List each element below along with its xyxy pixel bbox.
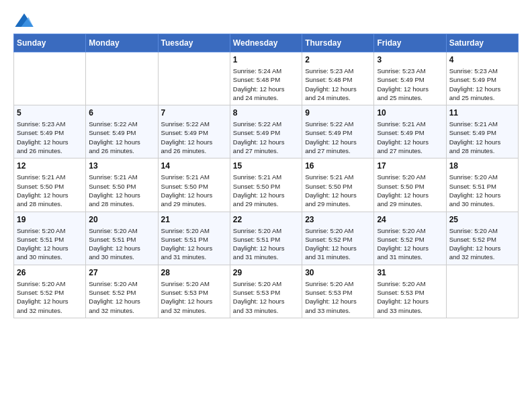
day-number: 2: [305, 55, 371, 64]
calendar-cell: 12Sunrise: 5:21 AM Sunset: 5:50 PM Dayli…: [14, 158, 86, 212]
calendar-cell: 31Sunrise: 5:20 AM Sunset: 5:53 PM Dayli…: [374, 265, 446, 318]
logo-text: [13, 13, 34, 27]
calendar-cell: 23Sunrise: 5:20 AM Sunset: 5:52 PM Dayli…: [302, 212, 374, 265]
calendar-week-row: 1Sunrise: 5:24 AM Sunset: 5:48 PM Daylig…: [14, 52, 519, 105]
day-number: 3: [377, 55, 443, 64]
calendar-cell: 22Sunrise: 5:20 AM Sunset: 5:51 PM Dayli…: [230, 212, 302, 265]
calendar-cell: 20Sunrise: 5:20 AM Sunset: 5:51 PM Dayli…: [86, 212, 158, 265]
day-number: 11: [449, 108, 515, 118]
calendar-cell: 24Sunrise: 5:20 AM Sunset: 5:52 PM Dayli…: [374, 212, 446, 265]
day-number: 21: [161, 215, 227, 224]
weekday-header: Tuesday: [158, 34, 230, 52]
calendar-cell: 4Sunrise: 5:23 AM Sunset: 5:49 PM Daylig…: [446, 52, 518, 105]
day-number: 25: [449, 215, 515, 224]
calendar-cell: 21Sunrise: 5:20 AM Sunset: 5:51 PM Dayli…: [158, 212, 230, 265]
day-info: Sunrise: 5:22 AM Sunset: 5:49 PM Dayligh…: [233, 120, 299, 155]
day-number: 4: [449, 55, 515, 64]
day-info: Sunrise: 5:21 AM Sunset: 5:50 PM Dayligh…: [89, 173, 154, 208]
day-number: 1: [233, 55, 299, 64]
day-info: Sunrise: 5:20 AM Sunset: 5:53 PM Dayligh…: [305, 279, 371, 315]
logo-icon: [15, 13, 34, 27]
header: [13, 13, 519, 27]
calendar-cell: [14, 52, 86, 105]
day-info: Sunrise: 5:23 AM Sunset: 5:48 PM Dayligh…: [305, 66, 371, 102]
day-number: 5: [17, 108, 83, 118]
weekday-header: Saturday: [446, 34, 518, 52]
day-info: Sunrise: 5:21 AM Sunset: 5:50 PM Dayligh…: [305, 173, 371, 208]
calendar-cell: [158, 52, 230, 105]
calendar-cell: 30Sunrise: 5:20 AM Sunset: 5:53 PM Dayli…: [302, 265, 374, 318]
calendar-cell: 27Sunrise: 5:20 AM Sunset: 5:52 PM Dayli…: [86, 265, 158, 318]
day-number: 17: [377, 161, 443, 171]
day-number: 26: [17, 268, 83, 277]
day-info: Sunrise: 5:20 AM Sunset: 5:51 PM Dayligh…: [17, 226, 83, 262]
day-info: Sunrise: 5:21 AM Sunset: 5:50 PM Dayligh…: [233, 173, 299, 208]
calendar-table: SundayMondayTuesdayWednesdayThursdayFrid…: [13, 34, 519, 318]
day-number: 12: [17, 161, 83, 171]
calendar-cell: 13Sunrise: 5:21 AM Sunset: 5:50 PM Dayli…: [86, 158, 158, 212]
calendar-week-row: 12Sunrise: 5:21 AM Sunset: 5:50 PM Dayli…: [14, 158, 519, 212]
day-info: Sunrise: 5:21 AM Sunset: 5:49 PM Dayligh…: [449, 120, 515, 155]
day-info: Sunrise: 5:20 AM Sunset: 5:52 PM Dayligh…: [377, 226, 443, 262]
calendar-cell: 16Sunrise: 5:21 AM Sunset: 5:50 PM Dayli…: [302, 158, 374, 212]
day-number: 29: [233, 268, 299, 277]
day-info: Sunrise: 5:23 AM Sunset: 5:49 PM Dayligh…: [377, 66, 443, 102]
day-info: Sunrise: 5:20 AM Sunset: 5:51 PM Dayligh…: [449, 173, 515, 208]
day-number: 19: [17, 215, 83, 224]
day-number: 18: [449, 161, 515, 171]
day-info: Sunrise: 5:20 AM Sunset: 5:53 PM Dayligh…: [233, 279, 299, 315]
day-number: 16: [305, 161, 371, 171]
day-info: Sunrise: 5:20 AM Sunset: 5:51 PM Dayligh…: [161, 226, 227, 262]
day-info: Sunrise: 5:20 AM Sunset: 5:53 PM Dayligh…: [377, 279, 443, 315]
day-info: Sunrise: 5:23 AM Sunset: 5:49 PM Dayligh…: [17, 120, 83, 155]
weekday-header: Friday: [374, 34, 446, 52]
day-number: 22: [233, 215, 299, 224]
day-number: 28: [161, 268, 227, 277]
day-info: Sunrise: 5:20 AM Sunset: 5:51 PM Dayligh…: [89, 226, 154, 262]
day-info: Sunrise: 5:20 AM Sunset: 5:52 PM Dayligh…: [89, 279, 154, 315]
calendar-cell: 26Sunrise: 5:20 AM Sunset: 5:52 PM Dayli…: [14, 265, 86, 318]
day-info: Sunrise: 5:23 AM Sunset: 5:49 PM Dayligh…: [449, 66, 515, 102]
logo: [13, 13, 34, 27]
day-number: 6: [89, 108, 154, 118]
calendar-cell: 29Sunrise: 5:20 AM Sunset: 5:53 PM Dayli…: [230, 265, 302, 318]
day-number: 23: [305, 215, 371, 224]
day-info: Sunrise: 5:20 AM Sunset: 5:50 PM Dayligh…: [377, 173, 443, 208]
day-number: 14: [161, 161, 227, 171]
day-info: Sunrise: 5:20 AM Sunset: 5:53 PM Dayligh…: [161, 279, 227, 315]
calendar-cell: [86, 52, 158, 105]
day-number: 20: [89, 215, 154, 224]
day-info: Sunrise: 5:21 AM Sunset: 5:49 PM Dayligh…: [377, 120, 443, 155]
day-info: Sunrise: 5:22 AM Sunset: 5:49 PM Dayligh…: [305, 120, 371, 155]
day-info: Sunrise: 5:21 AM Sunset: 5:50 PM Dayligh…: [17, 173, 83, 208]
calendar-cell: 28Sunrise: 5:20 AM Sunset: 5:53 PM Dayli…: [158, 265, 230, 318]
day-number: 7: [161, 108, 227, 118]
calendar-cell: 2Sunrise: 5:23 AM Sunset: 5:48 PM Daylig…: [302, 52, 374, 105]
day-info: Sunrise: 5:21 AM Sunset: 5:50 PM Dayligh…: [161, 173, 227, 208]
weekday-header: Monday: [86, 34, 158, 52]
weekday-header: Sunday: [14, 34, 86, 52]
calendar-cell: 25Sunrise: 5:20 AM Sunset: 5:52 PM Dayli…: [446, 212, 518, 265]
calendar-cell: 8Sunrise: 5:22 AM Sunset: 5:49 PM Daylig…: [230, 105, 302, 158]
day-number: 24: [377, 215, 443, 224]
calendar-header-row: SundayMondayTuesdayWednesdayThursdayFrid…: [14, 34, 519, 52]
calendar-cell: 6Sunrise: 5:22 AM Sunset: 5:49 PM Daylig…: [86, 105, 158, 158]
weekday-header: Thursday: [302, 34, 374, 52]
day-info: Sunrise: 5:24 AM Sunset: 5:48 PM Dayligh…: [233, 66, 299, 102]
day-info: Sunrise: 5:20 AM Sunset: 5:51 PM Dayligh…: [233, 226, 299, 262]
calendar-cell: 7Sunrise: 5:22 AM Sunset: 5:49 PM Daylig…: [158, 105, 230, 158]
calendar-cell: 3Sunrise: 5:23 AM Sunset: 5:49 PM Daylig…: [374, 52, 446, 105]
calendar-cell: 14Sunrise: 5:21 AM Sunset: 5:50 PM Dayli…: [158, 158, 230, 212]
calendar-cell: 19Sunrise: 5:20 AM Sunset: 5:51 PM Dayli…: [14, 212, 86, 265]
day-number: 10: [377, 108, 443, 118]
day-number: 9: [305, 108, 371, 118]
day-number: 15: [233, 161, 299, 171]
calendar-cell: 9Sunrise: 5:22 AM Sunset: 5:49 PM Daylig…: [302, 105, 374, 158]
day-info: Sunrise: 5:22 AM Sunset: 5:49 PM Dayligh…: [89, 120, 154, 155]
calendar-cell: 15Sunrise: 5:21 AM Sunset: 5:50 PM Dayli…: [230, 158, 302, 212]
day-info: Sunrise: 5:20 AM Sunset: 5:52 PM Dayligh…: [449, 226, 515, 262]
day-number: 8: [233, 108, 299, 118]
day-number: 13: [89, 161, 154, 171]
calendar-cell: 5Sunrise: 5:23 AM Sunset: 5:49 PM Daylig…: [14, 105, 86, 158]
day-number: 30: [305, 268, 371, 277]
